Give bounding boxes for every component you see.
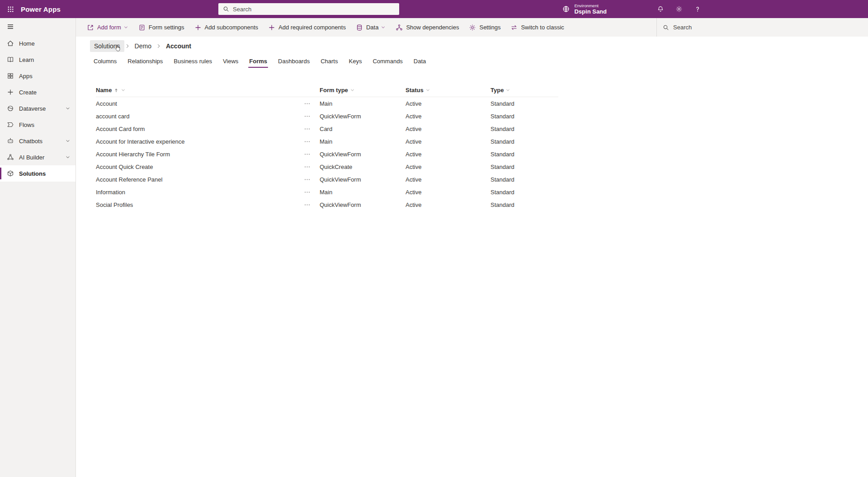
tab-relationships[interactable]: Relationships: [122, 54, 168, 69]
cell-name[interactable]: Account for Interactive experience: [96, 138, 299, 145]
column-header-form_type[interactable]: Form type: [320, 87, 406, 94]
tab-charts[interactable]: Charts: [315, 54, 343, 69]
sidebar-item-solutions[interactable]: Solutions: [0, 165, 75, 182]
row-more-button[interactable]: [299, 189, 320, 196]
grid-row[interactable]: Account Hierarchy Tile FormQuickViewForm…: [96, 148, 558, 160]
row-more-button[interactable]: [299, 100, 320, 107]
command-switch-to-classic[interactable]: Switch to classic: [505, 18, 569, 37]
command-bar-search-input[interactable]: [673, 24, 773, 31]
breadcrumb-item-account[interactable]: Account: [162, 40, 195, 52]
settings-gear-button[interactable]: [670, 0, 688, 18]
row-more-button[interactable]: [299, 113, 320, 120]
chevron-down-icon[interactable]: [65, 106, 71, 111]
tab-forms[interactable]: Forms: [244, 54, 273, 69]
sidebar-item-chatbots[interactable]: Chatbots: [0, 133, 75, 149]
tab-columns[interactable]: Columns: [88, 54, 122, 69]
tab-dashboards[interactable]: Dashboards: [273, 54, 315, 69]
gear-icon: [469, 24, 476, 31]
breadcrumb-item-solutions[interactable]: Solutions: [90, 40, 124, 52]
grid-row[interactable]: Account Quick CreateQuickCreateActiveSta…: [96, 160, 558, 173]
global-search-input[interactable]: [233, 6, 395, 13]
tab-keys[interactable]: Keys: [343, 54, 367, 69]
grid-row[interactable]: InformationMainActiveStandard: [96, 186, 558, 198]
environment-picker[interactable]: Environment Dspin Sand: [557, 3, 611, 15]
cell-form-type: QuickViewForm: [320, 176, 406, 183]
column-header-type[interactable]: Type: [491, 87, 558, 94]
cell-type: Standard: [491, 138, 558, 145]
cell-name[interactable]: Social Profiles: [96, 201, 299, 208]
cell-name[interactable]: Account Reference Panel: [96, 176, 299, 183]
command-form-settings[interactable]: Form settings: [133, 18, 189, 37]
grid-row[interactable]: account cardQuickViewFormActiveStandard: [96, 110, 558, 122]
notifications-button[interactable]: [651, 0, 670, 18]
tab-commands[interactable]: Commands: [367, 54, 408, 69]
more-icon: [304, 126, 311, 132]
environment-icon: [562, 5, 570, 13]
sidebar-item-learn[interactable]: Learn: [0, 51, 75, 68]
grid-body: AccountMainActiveStandardaccount cardQui…: [96, 97, 558, 211]
cell-name[interactable]: Account Hierarchy Tile Form: [96, 151, 299, 158]
command-add-form[interactable]: Add form: [82, 18, 133, 37]
row-more-button[interactable]: [299, 201, 320, 208]
column-label: Type: [491, 87, 504, 94]
cell-name[interactable]: Information: [96, 189, 299, 196]
gear-icon: [675, 5, 683, 13]
column-label: Name: [96, 87, 112, 94]
sidebar-item-ai-builder[interactable]: AI Builder: [0, 149, 75, 165]
tab-business-rules[interactable]: Business rules: [168, 54, 217, 69]
waffle-icon: [7, 6, 14, 13]
cell-type: Standard: [491, 151, 558, 158]
command-data[interactable]: Data: [351, 18, 391, 37]
sidebar-item-apps[interactable]: Apps: [0, 68, 75, 84]
chevron-down-icon[interactable]: [65, 154, 71, 160]
grid-row[interactable]: Account Card formCardActiveStandard: [96, 122, 558, 135]
row-more-button[interactable]: [299, 164, 320, 170]
plus-icon: [268, 24, 275, 31]
cell-status: Active: [406, 138, 491, 145]
sidebar-item-create[interactable]: Create: [0, 84, 75, 100]
help-button[interactable]: [688, 0, 707, 18]
environment-text: Environment Dspin Sand: [574, 3, 607, 15]
grid-header: NameForm typeStatusType: [96, 84, 558, 97]
command-bar-search[interactable]: [656, 18, 868, 37]
chevron-down-icon: [425, 88, 430, 93]
grid-row[interactable]: Account for Interactive experienceMainAc…: [96, 135, 558, 148]
chevron-down-icon[interactable]: [65, 138, 71, 144]
cell-name[interactable]: account card: [96, 113, 299, 120]
cell-name[interactable]: Account Quick Create: [96, 164, 299, 170]
search-icon: [663, 24, 669, 31]
command-add-required-components[interactable]: Add required components: [263, 18, 351, 37]
column-header-name[interactable]: Name: [96, 87, 299, 94]
chevron-down-icon: [505, 88, 510, 93]
cell-form-type: QuickViewForm: [320, 201, 406, 208]
command-show-dependencies[interactable]: Show dependencies: [391, 18, 464, 37]
sort-ascending-icon: [113, 88, 119, 93]
data-icon: [356, 24, 363, 31]
grid-row[interactable]: AccountMainActiveStandard: [96, 97, 558, 110]
switch-icon: [510, 24, 518, 31]
sidebar-item-label: Flows: [19, 122, 34, 128]
search-icon: [223, 6, 229, 12]
app-launcher-button[interactable]: [0, 0, 21, 18]
command-add-subcomponents[interactable]: Add subcomponents: [189, 18, 264, 37]
global-search[interactable]: [218, 3, 399, 15]
tab-views[interactable]: Views: [217, 54, 244, 69]
cell-name[interactable]: Account: [96, 100, 299, 107]
column-header-status[interactable]: Status: [406, 87, 491, 94]
sidebar-item-dataverse[interactable]: Dataverse: [0, 100, 75, 117]
chevron-right-icon: [125, 43, 130, 49]
breadcrumb-item-demo[interactable]: Demo: [131, 40, 156, 52]
row-more-button[interactable]: [299, 126, 320, 132]
tab-data[interactable]: Data: [408, 54, 431, 69]
cell-name[interactable]: Account Card form: [96, 126, 299, 132]
sidebar-toggle-button[interactable]: [0, 18, 75, 35]
grid-row[interactable]: Social ProfilesQuickViewFormActiveStanda…: [96, 198, 558, 211]
grid-row[interactable]: Account Reference PanelQuickViewFormActi…: [96, 173, 558, 186]
row-more-button[interactable]: [299, 151, 320, 158]
command-label: Switch to classic: [521, 24, 564, 31]
row-more-button[interactable]: [299, 138, 320, 145]
sidebar-item-home[interactable]: Home: [0, 35, 75, 51]
command-settings[interactable]: Settings: [464, 18, 505, 37]
sidebar-item-flows[interactable]: Flows: [0, 117, 75, 133]
row-more-button[interactable]: [299, 176, 320, 183]
